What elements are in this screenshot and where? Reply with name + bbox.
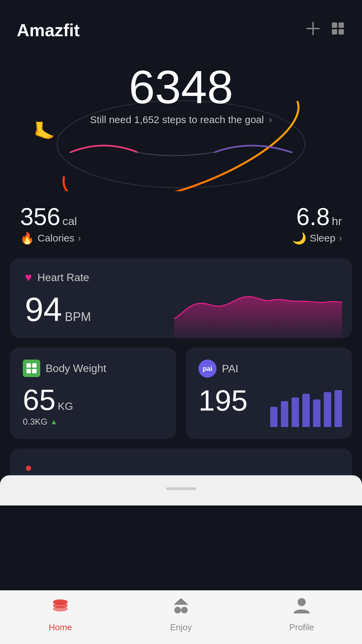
svg-marker-15 <box>174 598 188 605</box>
fire-icon: 🔥 <box>20 231 34 245</box>
pai-bar <box>335 390 342 427</box>
sleep-label: 🌙 Sleep › <box>292 231 342 245</box>
heart-rate-card[interactable]: ♥ Heart Rate 94BPM <box>10 258 352 338</box>
footstep-icon: 🦶 <box>34 121 55 141</box>
svg-rect-9 <box>32 363 37 368</box>
steps-section: 🦶 6348 Still need 1,652 steps to reach t… <box>0 57 362 201</box>
home-icon <box>50 595 70 620</box>
app-header: Amazfit <box>0 0 362 47</box>
svg-rect-11 <box>32 369 37 373</box>
lower-cards: Body Weight 65KG 0.3KG ▲ pai PAI 195 <box>0 347 362 439</box>
body-weight-card[interactable]: Body Weight 65KG 0.3KG ▲ <box>10 347 176 439</box>
metrics-row: 356cal 🔥 Calories › 6.8hr 🌙 Sleep › <box>0 205 362 245</box>
sleep-metric[interactable]: 6.8hr 🌙 Sleep › <box>292 205 342 245</box>
pai-card[interactable]: pai PAI 195 <box>186 347 352 439</box>
pai-badge: pai <box>198 360 217 378</box>
drawer-pill <box>166 487 196 490</box>
svg-rect-2 <box>332 22 337 28</box>
pai-bar <box>292 397 299 427</box>
sleep-value: 6.8hr <box>292 205 342 229</box>
svg-rect-5 <box>339 29 344 35</box>
home-label: Home <box>49 622 72 633</box>
add-icon[interactable] <box>306 21 320 39</box>
profile-label: Profile <box>289 622 314 633</box>
enjoy-label: Enjoy <box>170 622 192 633</box>
grid-icon[interactable] <box>330 21 345 39</box>
svg-rect-4 <box>332 29 337 35</box>
svg-rect-3 <box>339 22 344 28</box>
header-icons <box>306 21 345 39</box>
svg-point-16 <box>174 607 181 613</box>
drawer-handle[interactable] <box>0 475 362 505</box>
enjoy-icon <box>171 595 191 620</box>
pai-bar <box>281 401 288 427</box>
nav-enjoy[interactable]: Enjoy <box>121 595 241 633</box>
bottom-nav: Home Enjoy Profile <box>0 590 362 644</box>
steps-chevron-icon: › <box>269 114 272 125</box>
body-weight-icon <box>23 360 40 377</box>
svg-point-14 <box>53 606 68 611</box>
steps-count[interactable]: 6348 <box>129 64 233 111</box>
sleep-chevron-icon: › <box>339 233 342 244</box>
body-weight-value: 65KG <box>23 385 164 415</box>
app-title: Amazfit <box>17 20 80 40</box>
pai-header: pai PAI <box>198 360 339 378</box>
calories-label: 🔥 Calories › <box>20 231 81 245</box>
cards-section: ♥ Heart Rate 94BPM <box>0 258 362 338</box>
pai-bar <box>302 394 310 427</box>
svg-point-18 <box>298 598 306 606</box>
partial-card: ● <box>10 448 352 475</box>
pai-bar <box>324 392 331 427</box>
steps-subtitle[interactable]: Still need 1,652 steps to reach the goal… <box>90 114 272 125</box>
calories-metric[interactable]: 356cal 🔥 Calories › <box>20 205 81 245</box>
calories-chevron-icon: › <box>78 233 81 244</box>
pai-bar <box>313 399 320 427</box>
moon-icon: 🌙 <box>292 231 306 245</box>
body-weight-change: 0.3KG ▲ <box>23 417 164 427</box>
svg-rect-8 <box>26 363 31 368</box>
profile-icon <box>292 595 312 620</box>
heart-icon: ♥ <box>25 270 32 284</box>
heart-rate-chart <box>174 272 342 339</box>
up-arrow-icon: ▲ <box>50 418 58 426</box>
nav-profile[interactable]: Profile <box>241 595 362 633</box>
svg-point-17 <box>181 607 188 613</box>
pai-bar <box>270 407 278 427</box>
calories-value: 356cal <box>20 205 81 229</box>
body-weight-header: Body Weight <box>23 360 164 377</box>
nav-home[interactable]: Home <box>0 595 121 633</box>
pai-chart <box>270 387 342 427</box>
svg-rect-10 <box>26 369 31 373</box>
